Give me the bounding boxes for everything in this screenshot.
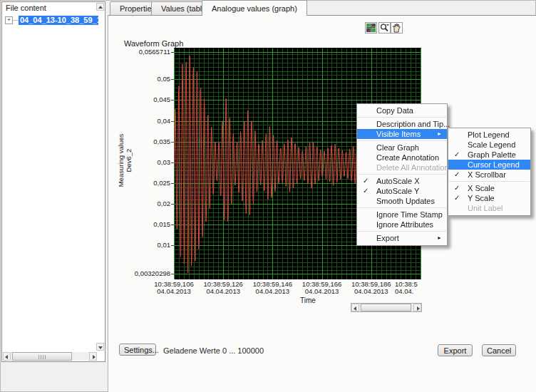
menu-item-smooth-updates[interactable]: Smooth Updates <box>357 196 447 206</box>
tdms-file-viewer-window: File content +04_04_13-10_38_59_13104697… <box>0 0 536 392</box>
graph-scrollbar-thumb[interactable] <box>361 304 411 311</box>
y-tick-label: 0,0565711 <box>128 48 170 56</box>
loaded-values-text: Geladene Werte 0 ... 100000 <box>163 346 264 355</box>
menu-item-label: Y Scale <box>468 194 495 202</box>
menu-item-label: Plot Legend <box>468 130 510 139</box>
arrow-down-icon <box>98 346 103 349</box>
menu-item-label: Delete All Annotations <box>376 163 453 172</box>
submenu-arrow-icon: ► <box>437 129 442 139</box>
arrow-right-icon <box>417 306 420 311</box>
menu-item-export[interactable]: Export► <box>357 233 447 243</box>
y-tick-label: 0,015 <box>128 221 170 228</box>
x-tick-label: 10:38:59,16604.04.2013 <box>298 281 346 295</box>
menu-item-plot-legend[interactable]: Plot Legend <box>448 130 530 140</box>
x-axis-title: Time <box>285 296 331 304</box>
expand-icon[interactable]: + <box>5 16 13 24</box>
menu-item-ignore-time-stamp[interactable]: Ignore Time Stamp <box>357 210 447 220</box>
menu-item-create-annotation[interactable]: Create Annotation <box>357 153 447 163</box>
scroll-down-button[interactable] <box>96 343 104 351</box>
hand-icon <box>391 23 402 33</box>
menu-item-graph-palette[interactable]: ✓Graph Palette <box>448 150 530 160</box>
y-axis-title-line1: Measuring values <box>117 118 125 203</box>
menu-item-label: X Scale <box>468 184 495 192</box>
menu-separator <box>449 181 530 182</box>
menu-item-label: Ignore Time Stamp <box>376 210 443 219</box>
tree-item[interactable]: +04_04_13-10_38_59_13104697 <box>5 14 98 24</box>
pan-tool-button[interactable] <box>391 22 403 33</box>
magnifier-icon <box>379 23 390 33</box>
x-tick-label: 10:38:59,10604.04.2013 <box>150 281 198 295</box>
arrow-right-icon <box>93 355 96 359</box>
menu-item-label: AutoScale X <box>376 177 420 185</box>
menu-item-autoscale-y[interactable]: ✓AutoScale Y <box>357 186 447 196</box>
menu-item-copy-data[interactable]: Copy Data <box>357 105 447 115</box>
graph-scroll-right-button[interactable] <box>413 304 421 311</box>
menu-item-label: Copy Data <box>376 106 413 115</box>
hscrollbar-thumb[interactable] <box>12 352 72 361</box>
menu-item-cursor-legend[interactable]: Cursor Legend <box>448 160 530 170</box>
arrow-left-icon <box>5 355 8 359</box>
menu-item-description-and-tip[interactable]: Description and Tip... <box>357 119 447 129</box>
y-tick-label: 0,035 <box>128 138 170 145</box>
y-tick-label: 0,00320298 <box>128 270 170 277</box>
cancel-button[interactable]: Cancel <box>482 344 516 356</box>
menu-item-x-scrollbar[interactable]: ✓X Scrollbar <box>448 170 530 180</box>
y-tick-label: 0,045 <box>128 96 170 103</box>
y-tick-label: 0,01 <box>128 242 170 249</box>
menu-item-label: Graph Palette <box>468 150 516 159</box>
menu-item-label: Smooth Updates <box>376 197 435 205</box>
menu-separator <box>358 174 446 175</box>
menu-item-autoscale-x[interactable]: ✓AutoScale X <box>357 176 447 186</box>
x-tick-label: 10:38:59,12604.04.2013 <box>199 281 247 295</box>
thumb-grip <box>38 355 46 359</box>
check-icon: ✓ <box>454 193 460 203</box>
menu-item-label: Description and Tip... <box>376 120 450 128</box>
check-icon: ✓ <box>454 150 460 160</box>
tree-item-label: 04_04_13-10_38_59_13104697 <box>19 16 98 25</box>
y-tick-label: 0,02 <box>128 200 170 207</box>
menu-item-ignore-attributes[interactable]: Ignore Attributes <box>357 220 447 229</box>
check-icon: ✓ <box>454 183 460 193</box>
menu-item-label: Visible Items <box>376 130 421 138</box>
x-tick-label: 10:38:504.04. <box>395 281 423 295</box>
menu-item-x-scale[interactable]: ✓X Scale <box>448 183 530 193</box>
zoom-tool-button[interactable] <box>378 22 391 33</box>
graph-scroll-left-button[interactable] <box>351 304 359 311</box>
y-tick-label: 0,05 <box>128 76 170 83</box>
menu-item-label: Cursor Legend <box>468 160 520 169</box>
menu-separator <box>358 140 446 141</box>
menu-item-clear-graph[interactable]: Clear Graph <box>357 143 447 153</box>
menu-item-label: Unit Label <box>468 204 503 212</box>
menu-item-scale-legend[interactable]: Scale Legend <box>448 140 530 150</box>
scroll-left-button[interactable] <box>3 352 11 361</box>
menu-item-label: Clear Graph <box>376 143 419 152</box>
submenu-arrow-icon: ► <box>437 233 442 243</box>
tab-analogue-values-graph[interactable]: Analogue values (graph) <box>202 0 307 16</box>
file-content-panel: File content +04_04_13-10_38_59_13104697 <box>1 1 105 362</box>
menu-item-label: AutoScale Y <box>376 187 419 195</box>
graph-x-scrollbar[interactable] <box>351 303 422 312</box>
cursor-move-tool-button[interactable] <box>365 22 377 33</box>
menu-item-label: X Scrollbar <box>468 170 506 179</box>
cursor-move-icon <box>366 23 376 33</box>
arrow-up-icon <box>98 6 103 9</box>
menu-separator <box>358 207 446 208</box>
x-tick-label: 10:38:59,18604.04.2013 <box>347 281 396 295</box>
menu-item-label: Create Annotation <box>376 153 439 162</box>
menu-item-y-scale[interactable]: ✓Y Scale <box>448 193 530 203</box>
y-tick-label: 0,025 <box>128 180 170 187</box>
check-icon: ✓ <box>363 176 368 186</box>
file-panel-hscrollbar[interactable] <box>3 352 97 361</box>
scroll-right-button[interactable] <box>89 352 97 361</box>
graph-title: Waveform Graph <box>124 39 183 48</box>
menu-item-visible-items[interactable]: Visible Items► <box>357 129 447 139</box>
file-panel-title: File content <box>6 4 46 12</box>
export-button[interactable]: Export <box>438 344 473 356</box>
graph-context-menu: Copy DataDescription and Tip...Visible I… <box>356 103 448 246</box>
menu-item-delete-all-annotations: Delete All Annotations <box>357 163 447 172</box>
scroll-up-button[interactable] <box>96 3 104 11</box>
menu-separator <box>358 231 446 232</box>
settings-button[interactable]: Settings... <box>119 344 156 356</box>
menu-item-label: Export <box>376 234 399 242</box>
menu-item-unit-label: Unit Label <box>448 203 530 213</box>
